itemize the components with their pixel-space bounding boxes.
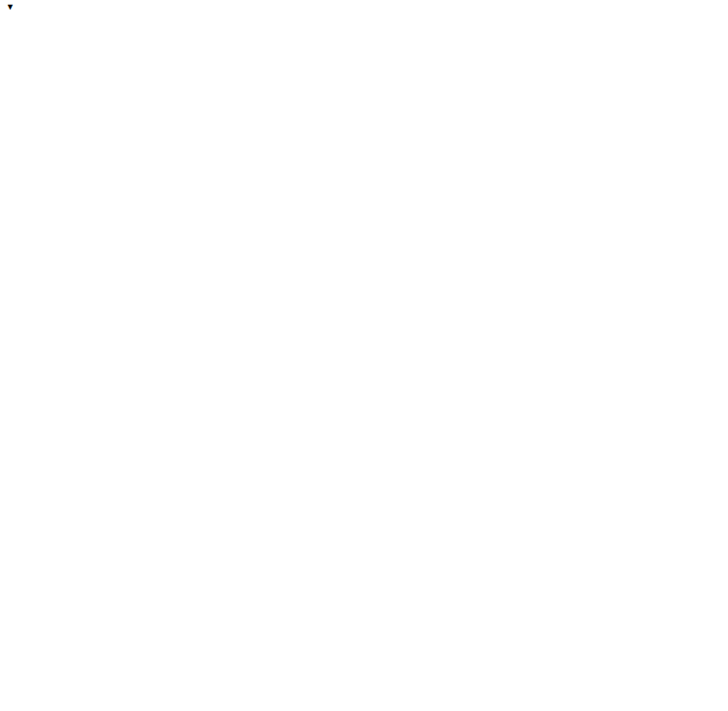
- mt4-chart-window: ▼: [0, 0, 728, 711]
- chart-title: ▼: [6, 3, 26, 12]
- collapse-triangle-icon[interactable]: ▼: [6, 3, 15, 12]
- chart-canvas[interactable]: [0, 0, 728, 711]
